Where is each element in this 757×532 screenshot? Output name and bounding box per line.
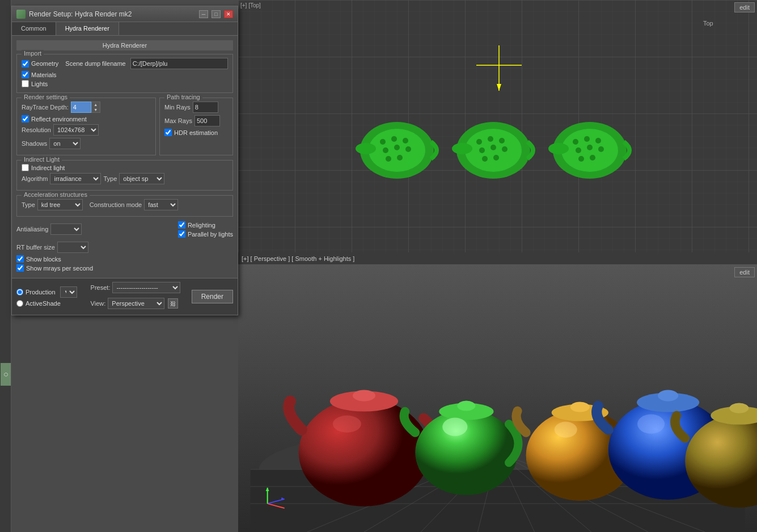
show-blocks-label: Show blocks bbox=[26, 256, 61, 263]
parallel-lights-row: Parallel by lights bbox=[178, 230, 233, 238]
parallel-lights-label: Parallel by lights bbox=[188, 231, 233, 238]
production-radio[interactable] bbox=[16, 289, 23, 295]
show-blocks-checkbox[interactable] bbox=[16, 255, 24, 263]
sidebar-tool-1[interactable]: ⬡ bbox=[1, 363, 11, 386]
production-select[interactable]: ▼ bbox=[60, 286, 77, 298]
geometry-checkbox[interactable] bbox=[22, 60, 29, 67]
rt-buffer-row: RT buffer size bbox=[16, 242, 233, 253]
spin-up-icon[interactable]: ▲ bbox=[92, 102, 100, 107]
svg-point-13 bbox=[405, 146, 411, 152]
maximize-button[interactable]: □ bbox=[212, 10, 221, 18]
viewport-top-label: [+] [Top] bbox=[240, 2, 261, 9]
indirect-light-checkbox[interactable] bbox=[22, 164, 29, 171]
rt-buffer-select[interactable] bbox=[57, 242, 88, 253]
shadows-row: Shadows on bbox=[22, 138, 151, 149]
shadows-select[interactable]: on bbox=[49, 138, 81, 149]
svg-point-57 bbox=[299, 399, 429, 506]
antialiasing-label: Antialiasing bbox=[16, 226, 48, 233]
view-label: View: bbox=[91, 300, 106, 307]
minimize-button[interactable]: ─ bbox=[199, 10, 208, 18]
svg-point-24 bbox=[502, 146, 508, 152]
indirect-light-group: Indirect Light Indirect light Algorithm … bbox=[16, 160, 233, 191]
left-sidebar: ⬡ bbox=[0, 0, 11, 532]
construction-mode-select[interactable]: fast bbox=[144, 199, 178, 210]
algorithm-select[interactable]: irradiance bbox=[50, 173, 101, 184]
svg-point-34 bbox=[587, 145, 593, 150]
svg-point-32 bbox=[595, 138, 601, 143]
viewport-top: Top [+] [Top] edit bbox=[238, 0, 757, 252]
resolution-select[interactable]: 1024x768 bbox=[53, 124, 99, 136]
relighting-row: Relighting bbox=[178, 221, 233, 229]
max-rays-input[interactable] bbox=[194, 115, 220, 126]
il-type-select[interactable]: object sp bbox=[119, 173, 164, 184]
svg-point-59 bbox=[353, 390, 375, 401]
viewport-top-edit[interactable]: edit bbox=[734, 2, 755, 12]
minimize-icon: ─ bbox=[202, 11, 205, 17]
preset-view-col: Preset: -------------------- View: Persp… bbox=[91, 282, 181, 311]
relighting-checkbox[interactable] bbox=[178, 221, 185, 229]
hdr-estimation-row: HDR estimation bbox=[164, 129, 228, 136]
antialiasing-select[interactable] bbox=[50, 223, 82, 235]
svg-point-22 bbox=[479, 147, 485, 153]
svg-point-33 bbox=[576, 147, 581, 153]
scene-dump-input[interactable] bbox=[130, 58, 228, 69]
svg-point-25 bbox=[482, 156, 488, 162]
svg-point-27 bbox=[452, 143, 472, 154]
accel-structures-label: Acceleration structures bbox=[22, 191, 90, 198]
production-label: Production bbox=[26, 289, 56, 295]
dialog-title: Render Setup: Hydra Render mk2 bbox=[29, 10, 196, 18]
min-rays-input[interactable] bbox=[193, 102, 218, 113]
svg-point-21 bbox=[499, 138, 505, 143]
accel-type-select[interactable]: kd tree bbox=[37, 199, 83, 210]
activeshade-radio[interactable] bbox=[16, 300, 23, 307]
dialog-icon bbox=[16, 10, 26, 19]
materials-checkbox[interactable] bbox=[22, 71, 29, 78]
tab-common[interactable]: Common bbox=[12, 22, 56, 35]
production-row: Production ▼ bbox=[16, 286, 77, 298]
viewport-bottom-edit[interactable]: edit bbox=[734, 267, 755, 277]
svg-point-64 bbox=[442, 418, 467, 436]
section-header: Hydra Renderer bbox=[16, 40, 233, 50]
svg-point-11 bbox=[383, 147, 388, 153]
svg-text:Top: Top bbox=[703, 20, 713, 27]
rt-buffer-label: RT buffer size bbox=[16, 244, 55, 251]
tab-hydra[interactable]: Hydra Renderer bbox=[56, 22, 119, 35]
svg-point-15 bbox=[397, 155, 403, 161]
render-button[interactable]: Render bbox=[192, 290, 233, 303]
raytrace-input[interactable] bbox=[71, 102, 91, 113]
spin-down-icon[interactable]: ▼ bbox=[92, 107, 100, 112]
raytrace-row: RayTrace Depth: ▲ ▼ bbox=[22, 102, 151, 113]
hdr-checkbox[interactable] bbox=[164, 129, 172, 136]
min-rays-row: Min Rays bbox=[164, 102, 228, 113]
svg-point-68 bbox=[555, 422, 577, 438]
render-settings-group: Render settings RayTrace Depth: ▲ ▼ Refl… bbox=[16, 98, 156, 155]
svg-point-67 bbox=[570, 402, 590, 412]
parallel-lights-checkbox[interactable] bbox=[178, 230, 185, 238]
viewport-bottom-label: [+] [ Perspective ] [ Smooth + Highlight… bbox=[242, 255, 354, 262]
min-rays-label: Min Rays bbox=[164, 104, 191, 111]
path-tracing-group: Path tracing Min Rays Max Rays HDR estim… bbox=[159, 98, 233, 155]
dialog-titlebar: Render Setup: Hydra Render mk2 ─ □ ✕ bbox=[12, 6, 238, 22]
view-select[interactable]: Perspective bbox=[108, 298, 164, 309]
reflect-env-label: Reflect environment bbox=[31, 116, 87, 123]
reflect-env-checkbox[interactable] bbox=[22, 115, 29, 123]
materials-label: Materials bbox=[31, 71, 57, 78]
svg-point-37 bbox=[590, 155, 595, 161]
lights-checkbox[interactable] bbox=[22, 80, 29, 87]
algorithm-type-row: Algorithm irradiance Type object sp bbox=[22, 173, 228, 184]
view-link-icon[interactable]: ⛓ bbox=[168, 298, 178, 309]
close-icon: ✕ bbox=[226, 11, 231, 17]
activeshade-row: ActiveShade bbox=[16, 300, 77, 307]
construction-mode-label: Construction mode bbox=[90, 201, 142, 208]
svg-point-30 bbox=[573, 139, 578, 145]
preset-select[interactable]: -------------------- bbox=[112, 282, 180, 293]
show-mrays-checkbox[interactable] bbox=[16, 264, 24, 272]
hdr-label: HDR estimation bbox=[174, 129, 218, 136]
view-row: View: Perspective ⛓ bbox=[91, 298, 181, 309]
import-group-label: Import bbox=[22, 50, 44, 57]
import-group: Import Geometry Scene dump filename Mate… bbox=[16, 54, 233, 93]
max-rays-label: Max Rays bbox=[164, 117, 192, 124]
close-button[interactable]: ✕ bbox=[224, 10, 233, 18]
raytrace-spinner-btn[interactable]: ▲ ▼ bbox=[91, 102, 100, 113]
preset-row: Preset: -------------------- bbox=[91, 282, 181, 293]
